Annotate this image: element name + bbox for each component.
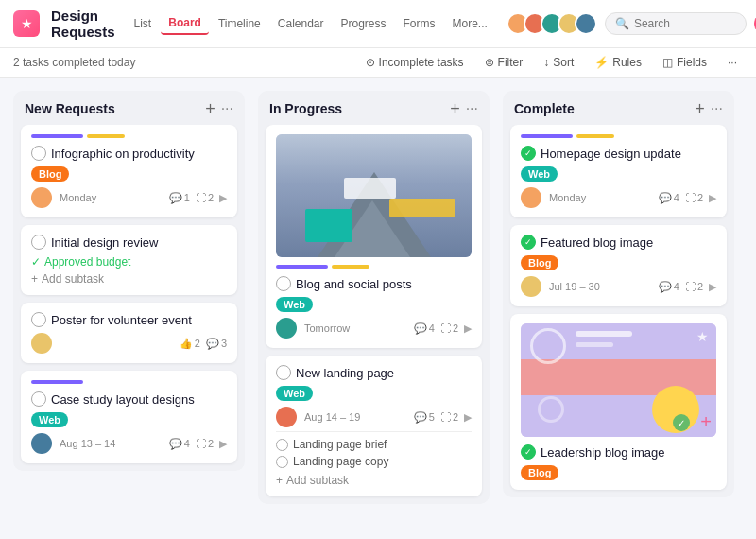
card-blog-social[interactable]: Blog and social posts Web Tomorrow 💬 4 ⛶… [266,125,482,348]
star-icon: ★ [696,329,709,344]
card-counts: 💬 4 ⛶ 2 ▶ [414,322,472,335]
arrow-icon[interactable]: ▶ [464,411,472,424]
more-options-btn[interactable]: ··· [722,54,743,71]
tab-board[interactable]: Board [161,12,209,35]
fields-icon: ◫ [662,56,673,69]
comment-count: 💬 5 [414,411,435,424]
add-card-icon[interactable]: + [450,100,460,117]
arrow-icon[interactable]: ▶ [219,438,227,450]
column-body-complete: Homepage design update Web Monday 💬 4 ⛶ … [503,125,734,497]
card-title: Case study layout designs [31,391,227,407]
bar-yellow [87,134,125,138]
column-header-complete: Complete + ··· [503,91,734,125]
card-date: Aug 14 – 19 [304,411,406,423]
card-leadership[interactable]: + ✓ ★ Leadership blog image Blog [510,314,727,490]
comment-count: 💬 4 [169,438,190,450]
nav-tabs: List Board Timeline Calendar Progress Fo… [127,12,495,35]
column-in-progress: In Progress + ··· [258,91,490,504]
bar-purple [31,380,83,384]
overlay-yellow [389,199,455,217]
rules-btn[interactable]: ⚡ Rules [589,54,647,71]
task-complete-icon [521,146,536,161]
tag-web: Web [31,412,68,427]
tab-progress[interactable]: Progress [334,13,394,34]
comment-count: 💬 4 [414,322,435,335]
search-input[interactable] [634,17,736,30]
add-card-icon[interactable]: + [205,100,215,117]
card-counts: 💬 1 ⛶ 2 ▶ [169,192,227,204]
overlay-teal [305,209,352,242]
incomplete-tasks-btn[interactable]: ⊙ Incomplete tasks [360,54,470,71]
rules-icon: ⚡ [594,56,609,69]
column-complete: Complete + ··· Homepage design update We… [503,91,734,497]
check-circle: ✓ [673,414,690,431]
sub-bar: 2 tasks completed today ⊙ Incomplete tas… [0,48,756,78]
tag-web: Web [521,166,558,182]
subtask-count: ⛶ 2 [440,411,458,423]
search-box[interactable]: 🔍 [605,12,747,35]
app-icon: ★ [13,10,40,37]
sort-btn[interactable]: ↕ Sort [538,54,579,71]
column-actions-in-progress: + ··· [450,100,478,117]
overlay-white [344,178,396,199]
tab-forms[interactable]: Forms [396,13,443,34]
subtask-landing-brief: Landing page brief [276,436,472,453]
fields-btn[interactable]: ◫ Fields [657,54,713,71]
arrow-icon[interactable]: ▶ [709,281,716,293]
card-avatar [276,407,297,427]
divider [276,431,472,432]
arrow-icon[interactable]: ▶ [709,192,716,204]
column-body-new-requests: Infographic on productivity Blog Monday … [13,125,245,471]
card-bars [31,134,227,138]
card-landing-page[interactable]: New landing page Web Aug 14 – 19 💬 5 ⛶ 2… [266,356,482,496]
add-subtask-btn[interactable]: + Add subtask [31,272,227,286]
filter-btn[interactable]: ⊜ Filter [479,54,529,71]
card-title: Initial design review [31,235,227,250]
team-avatars [507,12,597,35]
top-bar: ★ Design Requests List Board Timeline Ca… [0,0,756,48]
tab-list[interactable]: List [127,13,160,34]
column-menu-icon[interactable]: ··· [466,101,478,116]
card-initial-design[interactable]: Initial design review ✓ Approved budget … [21,225,237,295]
card-bars [276,265,472,269]
subtask-count: ⛶ 2 [685,281,703,292]
arrow-icon[interactable]: ▶ [219,192,227,204]
card-title: Leadership blog image [521,444,716,460]
dot-outline [530,328,566,364]
card-avatar [276,318,297,339]
card-counts: 💬 4 ⛶ 2 ▶ [659,192,716,204]
column-menu-icon[interactable]: ··· [711,101,723,116]
add-subtask-btn[interactable]: + Add subtask [276,474,472,487]
column-menu-icon[interactable]: ··· [221,101,233,116]
tab-more[interactable]: More... [445,13,495,34]
column-title-new-requests: New Requests [25,101,198,116]
card-homepage[interactable]: Homepage design update Web Monday 💬 4 ⛶ … [510,125,727,217]
column-header-new-requests: New Requests + ··· [13,91,245,125]
task-complete-icon [521,235,536,250]
tasks-completed: 2 tasks completed today [13,56,345,69]
card-infographic[interactable]: Infographic on productivity Blog Monday … [21,125,237,217]
column-header-in-progress: In Progress + ··· [258,91,490,125]
card-counts: 💬 5 ⛶ 2 ▶ [414,411,472,424]
task-circle-icon [31,312,46,327]
subtask-count: ⛶ 2 [685,192,703,203]
sort-icon: ↕ [543,56,549,69]
bar-purple [276,265,328,269]
card-featured-blog[interactable]: Featured blog image Blog Jul 19 – 30 💬 4… [510,225,727,306]
dot-outline-2 [538,396,564,423]
task-complete-icon [521,444,536,460]
subtask-circle-icon [276,456,288,468]
tag-blog: Blog [521,465,558,480]
card-counts: 💬 4 ⛶ 2 ▶ [169,438,227,450]
card-avatar [31,433,52,454]
tab-calendar[interactable]: Calendar [270,13,332,34]
label-bar [576,331,632,337]
card-poster[interactable]: Poster for volunteer event 👍 2 💬 3 [21,303,237,363]
card-case-study[interactable]: Case study layout designs Web Aug 13 – 1… [21,371,237,463]
card-counts: 👍 2 💬 3 [180,338,227,350]
board: New Requests + ··· Infographic on produc… [0,78,756,539]
incomplete-icon: ⊙ [366,56,375,69]
add-card-icon[interactable]: + [695,100,705,117]
arrow-icon[interactable]: ▶ [464,322,472,335]
tab-timeline[interactable]: Timeline [211,13,268,34]
